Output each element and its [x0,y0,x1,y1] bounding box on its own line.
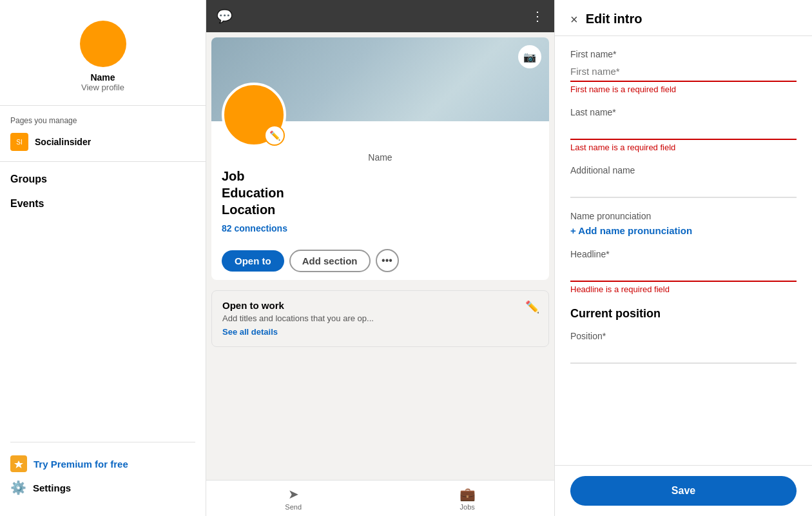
save-button[interactable]: Save [570,476,797,506]
middle-panel: 💬 ⋮ 📷 ✏️ Name Job Education Location 82 … [206,0,554,516]
close-button[interactable]: × [570,13,578,26]
add-pronunciation-button[interactable]: + Add name pronunciation [570,225,692,236]
profile-headline: Job Education Location [222,168,539,218]
first-name-label: First name* [570,49,797,59]
name-pronunciation-label: Name pronunciation [570,211,797,221]
more-options-button[interactable]: ••• [376,249,399,272]
open-to-work-description: Add titles and locations that you are op… [222,313,374,323]
settings-label: Settings [33,482,71,493]
jobs-icon: 💼 [459,486,476,502]
bottom-nav-send[interactable]: ➤ Send [285,486,302,511]
name-pronunciation-group: Name pronunciation + Add name pronunciat… [570,211,797,236]
headline-label: Headline* [570,249,797,259]
premium-button[interactable]: Try Premium for free [10,455,195,472]
profile-card: 📷 ✏️ Name Job Education Location 82 conn… [211,37,549,280]
sidebar: Name View profile Pages you manage SI So… [0,0,206,516]
add-pronunciation-label: + Add name pronunciation [570,225,692,236]
sidebar-item-groups[interactable]: Groups [0,167,206,192]
current-position-heading: Current position [570,307,797,321]
headline-error: Headline is a required field [570,284,797,294]
bottom-nav-jobs[interactable]: 💼 Jobs [459,486,476,511]
headline-group: Headline* Headline is a required field [570,249,797,294]
sidebar-divider-2 [0,161,206,162]
sidebar-avatar [80,21,126,67]
last-name-error: Last name is a required field [570,143,797,152]
more-dots-icon: ••• [382,255,392,266]
open-to-work-card: Open to work Add titles and locations th… [211,290,549,347]
sidebar-bottom: Try Premium for free ⚙️ Settings [0,426,206,506]
additional-name-input[interactable] [570,178,797,198]
position-input[interactable] [570,344,797,364]
edit-intro-body: First name* First name is a required fie… [555,36,812,465]
profile-avatar-wrap: ✏️ [222,83,286,147]
settings-button[interactable]: ⚙️ Settings [10,480,195,495]
open-to-button[interactable]: Open to [222,250,284,272]
cover-camera-button[interactable]: 📷 [518,45,541,68]
position-label: Position* [570,331,797,341]
headline-input[interactable] [570,262,797,282]
profile-username: Name [222,152,539,163]
sidebar-divider-1 [0,105,206,106]
open-to-work-content: Open to work Add titles and locations th… [222,300,374,337]
edit-intro-header: × Edit intro [555,0,812,36]
send-icon: ➤ [288,486,299,502]
pages-label: Pages you manage [0,111,206,128]
sidebar-profile: Name View profile [0,10,206,100]
socialinsider-icon: SI [10,133,28,151]
bottom-nav: ➤ Send 💼 Jobs [206,480,554,516]
add-section-button[interactable]: Add section [289,250,371,272]
edit-intro-title: Edit intro [586,12,643,26]
sidebar-page-name: Socialinsider [35,137,91,147]
sidebar-item-socialinsider[interactable]: SI Socialinsider [0,128,206,156]
avatar-edit-button[interactable]: ✏️ [264,125,285,146]
more-menu-icon[interactable]: ⋮ [531,8,544,24]
first-name-group: First name* First name is a required fie… [570,49,797,94]
see-all-details-link[interactable]: See all details [222,327,278,337]
premium-icon [10,455,27,472]
edit-intro-footer: Save [555,465,812,516]
sidebar-name: Name [90,72,115,83]
sidebar-divider-3 [10,442,195,442]
top-bar: 💬 ⋮ [206,0,554,32]
open-to-work-edit-icon[interactable]: ✏️ [525,300,539,314]
send-label: Send [285,503,302,511]
profile-connections[interactable]: 82 connections [222,223,539,233]
current-position-group: Current position Position* [570,307,797,364]
profile-cover: 📷 ✏️ [211,37,549,121]
last-name-label: Last name* [570,107,797,117]
sidebar-item-events[interactable]: Events [0,192,206,216]
edit-intro-panel: × Edit intro First name* First name is a… [554,0,812,516]
chat-icon: 💬 [217,8,233,24]
open-to-work-title: Open to work [222,300,374,311]
view-profile-link[interactable]: View profile [81,83,124,92]
jobs-label: Jobs [460,503,475,511]
last-name-group: Last name* Last name is a required field [570,107,797,152]
profile-actions: Open to Add section ••• [211,249,549,280]
premium-label: Try Premium for free [34,459,128,470]
first-name-input[interactable] [570,62,797,82]
additional-name-label: Additional name [570,165,797,175]
first-name-error: First name is a required field [570,84,797,94]
additional-name-group: Additional name [570,165,797,198]
gear-icon: ⚙️ [10,480,26,495]
last-name-input[interactable] [570,120,797,140]
